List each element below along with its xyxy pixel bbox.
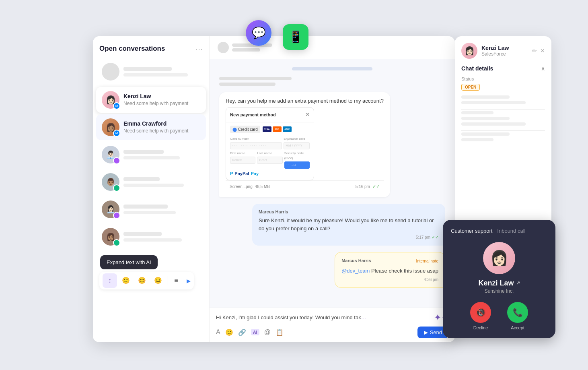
payment-form: ⬤ Credit card VISA MC AMX bbox=[226, 122, 314, 180]
toolbar-icons: ↕ 🙂 😊 😐 ≡ ▸ bbox=[99, 272, 194, 289]
message-row-internal: Marcus Harris Internal note @dev_team Pl… bbox=[219, 252, 445, 288]
mention-dev-team: @dev_team bbox=[341, 268, 370, 274]
main-window: Open conversations ⋯ 👩🏻 M bbox=[93, 36, 455, 342]
chat-area: Hey, can you help me add an extra paymen… bbox=[210, 36, 455, 342]
message-bubble-sent: Marcus Harris Sure Kenzi, it would be my… bbox=[252, 204, 445, 246]
call-tab-customer[interactable]: Customer support bbox=[451, 228, 492, 234]
status-badge: OPEN bbox=[461, 84, 480, 91]
conversation-emma[interactable]: 👩🏽 M Emma Crawford Need some help with p… bbox=[96, 114, 206, 140]
cvv-input[interactable]: · · · - □ bbox=[284, 161, 310, 169]
call-caller-name: Kenzi Law ↗ bbox=[451, 279, 547, 287]
external-link-icon: ↗ bbox=[516, 280, 520, 286]
mention-icon[interactable]: @ bbox=[264, 329, 271, 336]
sidebar: Open conversations ⋯ 👩🏻 M bbox=[93, 36, 210, 342]
card-number-input[interactable]: · · · · - · · · · - · · · · - · · · · bbox=[230, 142, 282, 149]
template-icon[interactable]: 📋 bbox=[275, 329, 284, 336]
format-text-icon[interactable]: A bbox=[216, 329, 220, 336]
last-name-input[interactable]: Grant bbox=[257, 157, 282, 164]
message-text-received: Hey, can you help me add an extra paymen… bbox=[226, 97, 384, 105]
conv-name-emma: Emma Crawford bbox=[123, 120, 200, 127]
message-input-text[interactable]: Hi Kenzi, I'm glad I could assist you to… bbox=[216, 314, 431, 320]
conv-name-kenzi: Kenzi Law bbox=[123, 93, 200, 99]
checklist-btn[interactable]: ≡ bbox=[169, 273, 183, 288]
credit-card-tab[interactable]: ⬤ Credit card bbox=[230, 126, 260, 133]
internal-note-text: @dev_team Please check this issue asap bbox=[341, 267, 438, 275]
edit-icon[interactable]: ✏ bbox=[532, 48, 537, 54]
message-row-sent: Marcus Harris Sure Kenzi, it would be my… bbox=[219, 204, 445, 246]
sidebar-menu-icon[interactable]: ⋯ bbox=[195, 44, 203, 53]
attachment-title: New payment method bbox=[230, 112, 276, 118]
list-item-skeleton-3[interactable]: 👩🏻‍💼 bbox=[96, 196, 206, 222]
call-company: Sunshine Inc. bbox=[451, 288, 547, 294]
decline-label: Decline bbox=[473, 325, 488, 330]
emoji-2-btn[interactable]: 😊 bbox=[135, 273, 149, 288]
message-bubble-internal: Marcus Harris Internal note @dev_team Pl… bbox=[335, 252, 445, 288]
expiry-input[interactable]: MM / YYYY bbox=[284, 142, 310, 149]
cursor-indicator: ▸ bbox=[187, 276, 191, 285]
status-section: Status OPEN bbox=[461, 76, 545, 91]
skeleton-msg-2 bbox=[219, 77, 445, 86]
panel-user-header: 👩🏻 Kenzi Law SalesForce ✏ ✕ bbox=[461, 43, 545, 59]
decline-btn-wrap: 📵 Decline bbox=[470, 302, 491, 330]
call-tab-inbound[interactable]: Inbound call bbox=[497, 228, 525, 234]
attachment-icon[interactable]: 🔗 bbox=[238, 329, 246, 336]
check-sent-icon: ✓✓ bbox=[432, 234, 439, 241]
emoji-picker-icon[interactable]: 🙂 bbox=[225, 329, 233, 336]
chat-details-title: Chat details bbox=[461, 65, 493, 72]
cvv-label: Security code (CVV) bbox=[284, 151, 310, 161]
send-icon: ▶ bbox=[424, 329, 428, 335]
msg-time-received: 5:16 pm bbox=[356, 184, 370, 190]
accept-button[interactable]: 📞 bbox=[507, 302, 528, 323]
conv-preview-kenzi: Need some help with payment bbox=[123, 101, 200, 106]
status-label: Status bbox=[461, 76, 545, 81]
list-item-skeleton-4[interactable]: 👩🏽 bbox=[96, 224, 206, 250]
channel-badge-messenger: M bbox=[113, 102, 120, 110]
message-text-sent: Sure Kenzi, it would be my pleasure! Wou… bbox=[259, 217, 439, 232]
messenger-icon: 💬 bbox=[252, 26, 266, 39]
message-bubble-received: Hey, can you help me add an extra paymen… bbox=[219, 92, 390, 197]
chevron-up-icon[interactable]: ∧ bbox=[541, 65, 545, 72]
list-item-skeleton-2[interactable]: 👨🏽 bbox=[96, 169, 206, 195]
internal-note-badge: Internal note bbox=[416, 258, 438, 264]
close-panel-icon[interactable]: ✕ bbox=[540, 48, 545, 54]
visa-logo: VISA bbox=[263, 126, 271, 132]
attachment-card: New payment method ✕ ⬤ Credit card VISA bbox=[226, 107, 314, 180]
accept-btn-wrap: 📞 Accept bbox=[507, 302, 528, 330]
first-name-input[interactable]: Robert bbox=[230, 157, 255, 164]
internal-note-time: 4:36 pm bbox=[341, 277, 438, 283]
decline-button[interactable]: 📵 bbox=[470, 302, 491, 323]
call-avatar: 👩🏻 bbox=[483, 242, 515, 274]
panel-company: SalesForce bbox=[481, 51, 509, 57]
chat-details-section-header: Chat details ∧ bbox=[461, 65, 545, 72]
call-buttons: 📵 Decline 📞 Accept bbox=[451, 302, 547, 330]
mc-logo: MC bbox=[273, 126, 282, 132]
first-name-label: First name bbox=[230, 151, 255, 156]
expand-text-tooltip[interactable]: Expand text with AI bbox=[100, 255, 158, 269]
chat-input-area: Hi Kenzi, I'm glad I could assist you to… bbox=[210, 308, 455, 342]
list-item-skeleton-1[interactable]: 👨🏻‍💼 bbox=[96, 142, 206, 167]
ai-tool-icon[interactable]: AI bbox=[251, 329, 259, 335]
panel-user-name: Kenzi Law bbox=[481, 45, 509, 51]
divider-2 bbox=[461, 130, 545, 131]
emoji-3-btn[interactable]: 😐 bbox=[151, 273, 165, 288]
channel-badge-messenger-2: M bbox=[113, 130, 120, 137]
emoji-1-btn[interactable]: 🙂 bbox=[119, 273, 133, 288]
panel-skeleton-1 bbox=[461, 95, 545, 104]
conversation-kenzi[interactable]: 👩🏻 M Kenzi Law Need some help with payme… bbox=[96, 87, 206, 113]
chat-messages: Hey, can you help me add an extra paymen… bbox=[210, 59, 455, 308]
whatsapp-floating-icon: 📱 bbox=[283, 24, 308, 50]
messenger-floating-icon: 💬 bbox=[246, 20, 271, 46]
attachment-close-icon[interactable]: ✕ bbox=[305, 111, 310, 119]
last-name-label: Last name bbox=[257, 151, 282, 156]
panel-skeleton-2 bbox=[461, 111, 545, 126]
attachment-footer: Screen...png 48,5 MB 5:16 pm ✓✓ bbox=[226, 180, 384, 192]
call-tabs: Customer support Inbound call bbox=[451, 228, 547, 234]
expiry-label: Expiration date bbox=[284, 136, 310, 141]
amex-logo: AMX bbox=[283, 126, 292, 132]
sender-name-internal: Marcus Harris bbox=[341, 257, 371, 264]
expand-icon-btn[interactable]: ↕ bbox=[103, 273, 117, 288]
list-item-skeleton-top[interactable] bbox=[96, 59, 206, 85]
attachment-size: 48,5 MB bbox=[255, 184, 270, 190]
whatsapp-icon: 📱 bbox=[289, 30, 303, 43]
sidebar-title: Open conversations bbox=[99, 45, 165, 53]
